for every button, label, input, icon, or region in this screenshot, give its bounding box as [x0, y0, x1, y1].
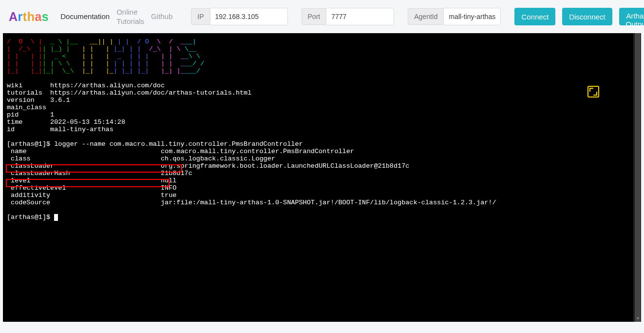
scroll-down-arrow[interactable]: ▾: [635, 315, 641, 322]
disconnect-button[interactable]: Disconnect: [562, 8, 612, 25]
header-toolbar: Arthas Documentation Online Tutorials Gi…: [0, 0, 644, 33]
agentid-input[interactable]: [443, 8, 501, 25]
port-input[interactable]: [326, 8, 394, 25]
port-label: Port: [302, 8, 326, 25]
nav-github[interactable]: Github: [151, 12, 172, 21]
arthas-logo: Arthas: [9, 10, 49, 24]
connect-button[interactable]: Connect: [514, 8, 555, 25]
agent-field-group: AgentId: [408, 8, 501, 25]
nav-documentation[interactable]: Documentation: [60, 12, 110, 21]
ip-field-group: IP: [191, 8, 287, 25]
terminal-output: / O \ | _ \ |__ __|| | | | / O \ / ___||…: [3, 33, 641, 226]
terminal-scrollbar[interactable]: ▴ ▾: [633, 33, 641, 322]
fullscreen-icon[interactable]: [587, 86, 599, 98]
nav-online-tutorials[interactable]: Online Tutorials: [116, 7, 144, 26]
terminal-panel[interactable]: / O \ | _ \ |__ __|| | | | / O \ / ___||…: [3, 33, 641, 322]
port-field-group: Port: [302, 8, 395, 25]
ip-label: IP: [191, 8, 209, 25]
agentid-label: AgentId: [408, 8, 443, 25]
arthas-output-button[interactable]: Arthas Output: [619, 8, 644, 25]
scrollbar-thumb[interactable]: [635, 33, 641, 322]
ip-input[interactable]: [210, 8, 288, 25]
